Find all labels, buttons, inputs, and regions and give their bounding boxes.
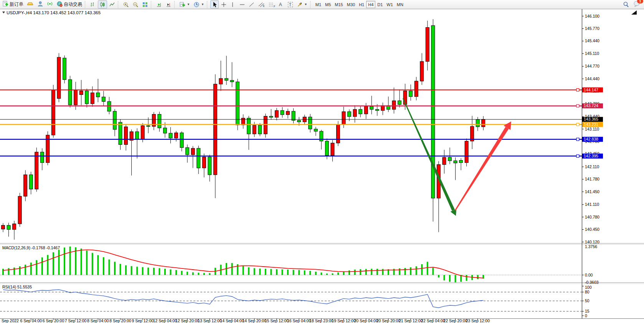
notification-badge: 1	[637, 0, 643, 3]
text-label-tool-button[interactable]: T	[286, 0, 295, 8]
line-handle[interactable]	[576, 104, 579, 107]
autotrade-label: 自动交易	[64, 1, 82, 8]
timeframe-mn[interactable]: MN	[395, 1, 405, 8]
macd-histogram-bar	[438, 275, 439, 277]
bull-candle	[353, 109, 357, 117]
price-tag-label: 144.147	[584, 88, 598, 92]
candlestick-chart-button[interactable]	[98, 0, 107, 8]
price-axis-label: 140.450	[585, 227, 599, 232]
macd-histogram-bar	[282, 269, 283, 275]
bull-candle	[331, 143, 334, 155]
timeframe-m15[interactable]: M15	[333, 1, 345, 8]
macd-axis-label: 1.3756	[585, 244, 597, 249]
text-tool-glyph: A	[279, 2, 282, 7]
macd-histogram-bar	[164, 269, 166, 275]
bull-candle	[275, 111, 278, 118]
timeframe-m5[interactable]: M5	[323, 1, 333, 8]
line-handle[interactable]	[576, 138, 579, 141]
toolbar-separator	[174, 1, 177, 8]
signal-icon-button[interactable]	[45, 0, 54, 8]
timeframe-w1[interactable]: W1	[385, 1, 395, 8]
line-handle[interactable]	[576, 123, 579, 126]
text-label-glyph: T	[288, 2, 293, 7]
arrows-tool-button[interactable]: ▼	[295, 0, 309, 8]
cursor-tool-button[interactable]	[210, 0, 219, 8]
svg-text:E: E	[263, 5, 265, 7]
search-icon-button[interactable]	[621, 0, 631, 8]
macd-histogram-bar	[53, 252, 54, 275]
new-order-button[interactable]: 新订单	[1, 0, 25, 8]
profile-icon-button[interactable]	[36, 0, 45, 8]
bull-candle	[241, 118, 245, 125]
toolbar: 新订单 自动交易 ▼ ▼ E F A T ▼ M1M5M15M30H1H4D1W…	[0, 0, 644, 9]
bull-candle	[342, 112, 345, 124]
price-axis-label: 145.770	[585, 26, 599, 31]
bear-candle	[158, 114, 161, 128]
rsi-axis-label: 100	[585, 285, 592, 290]
line-handle[interactable]	[576, 89, 579, 91]
indicators-button[interactable]: ▼	[178, 0, 192, 8]
bull-candle	[79, 91, 83, 95]
rsi-axis-label: 80	[585, 290, 590, 294]
chevron-down-icon: ▼	[187, 3, 190, 6]
price-tag-label: 142.395	[584, 154, 598, 158]
rsi-axis-label: 0	[585, 313, 587, 318]
zoom-out-button[interactable]	[131, 0, 140, 8]
vertical-line-tool-button[interactable]	[229, 0, 237, 8]
macd-histogram-bar	[125, 265, 127, 275]
macd-histogram-bar	[8, 268, 10, 275]
line-handle[interactable]	[576, 155, 579, 157]
fibonacci-tool-button: F	[267, 0, 277, 8]
periods-button[interactable]: ▼	[192, 0, 206, 8]
toolbar-separator	[118, 1, 120, 8]
auto-scroll-button[interactable]	[154, 0, 163, 8]
timeframe-d1[interactable]: D1	[375, 1, 385, 8]
bear-candle	[107, 101, 111, 111]
timeframe-m30[interactable]: M30	[345, 1, 357, 8]
date-axis[interactable]: Sep 20226 Sep 04:006 Sep 20:007 Sep 12:0…	[2, 318, 490, 323]
bear-candle	[325, 141, 329, 155]
price-tag-label: 143.365	[584, 117, 598, 121]
text-tool-button[interactable]: A	[277, 0, 286, 8]
macd-histogram-bar	[304, 270, 305, 275]
bear-candle	[409, 91, 413, 97]
bear-candle	[348, 112, 351, 117]
bar-chart-button[interactable]	[88, 0, 97, 8]
zoom-in-button[interactable]	[121, 0, 130, 8]
bull-candle	[364, 106, 368, 114]
chart-shift-button[interactable]	[164, 0, 173, 8]
autotrade-button[interactable]: 自动交易	[55, 0, 84, 8]
bear-candle	[281, 111, 284, 115]
price-axis-label: 145.440	[585, 38, 599, 43]
price-axis-label: 141.450	[585, 189, 599, 194]
macd-histogram-bar	[92, 253, 93, 275]
gold-icon-button[interactable]	[25, 0, 35, 8]
bull-candle	[51, 90, 55, 135]
date-axis-label: 8 Sep 20:00	[109, 318, 131, 323]
trendline-tool-button[interactable]	[247, 0, 256, 8]
timeframe-h4[interactable]: H4	[366, 1, 375, 8]
equidistant-channel-tool-button[interactable]: E	[257, 0, 267, 8]
macd-histogram-bar	[477, 275, 479, 279]
bear-candle	[236, 82, 239, 125]
date-axis-label: 19 Sep 12:00	[332, 318, 356, 323]
crosshair-tool-button[interactable]	[219, 0, 228, 8]
bear-candle	[448, 157, 452, 161]
tile-windows-button[interactable]	[140, 0, 150, 8]
horizontal-line-tool-button[interactable]	[238, 0, 247, 8]
new-order-label: 新订单	[10, 1, 23, 8]
bear-candle	[169, 133, 172, 138]
notifications-button[interactable]: 1	[633, 0, 641, 9]
timeframe-m1[interactable]: M1	[314, 1, 323, 8]
macd-histogram-bar	[365, 269, 367, 275]
macd-histogram-bar	[376, 269, 378, 275]
chart-canvas[interactable]: 146.100145.770145.440145.110144.770144.4…	[0, 0, 644, 323]
bear-candle	[197, 148, 200, 168]
bull-candle	[74, 90, 78, 105]
macd-histogram-bar	[243, 266, 244, 275]
gold-bar-icon	[27, 1, 34, 8]
macd-histogram-bar	[175, 270, 177, 275]
macd-histogram-bar	[30, 263, 32, 275]
line-chart-button[interactable]	[107, 0, 117, 8]
timeframe-h1[interactable]: H1	[357, 1, 366, 8]
